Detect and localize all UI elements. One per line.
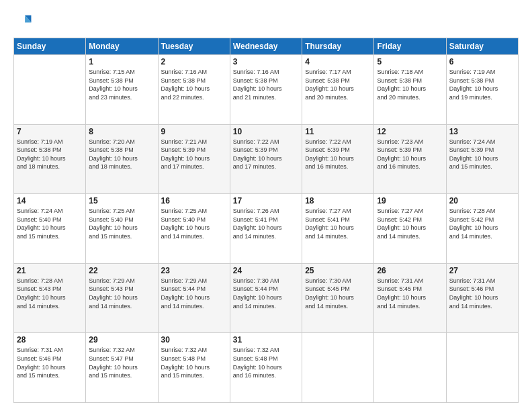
day-number: 28 — [17, 335, 83, 345]
day-of-week-header: Sunday — [14, 38, 86, 55]
day-info: Sunrise: 7:16 AM Sunset: 5:38 PM Dayligh… — [233, 68, 299, 101]
day-number: 30 — [161, 335, 227, 345]
day-number: 10 — [233, 127, 299, 136]
day-info: Sunrise: 7:19 AM Sunset: 5:38 PM Dayligh… — [17, 138, 83, 171]
calendar-week-row: 7Sunrise: 7:19 AM Sunset: 5:38 PM Daylig… — [14, 124, 519, 194]
day-number: 22 — [89, 266, 154, 275]
calendar-week-row: 21Sunrise: 7:28 AM Sunset: 5:43 PM Dayli… — [14, 263, 519, 333]
calendar-day-cell: 6Sunrise: 7:19 AM Sunset: 5:38 PM Daylig… — [446, 55, 518, 125]
calendar-day-cell: 27Sunrise: 7:31 AM Sunset: 5:46 PM Dayli… — [446, 263, 518, 333]
calendar-day-cell — [14, 55, 86, 125]
day-info: Sunrise: 7:32 AM Sunset: 5:48 PM Dayligh… — [161, 346, 227, 379]
calendar-day-cell: 13Sunrise: 7:24 AM Sunset: 5:39 PM Dayli… — [446, 124, 518, 194]
day-of-week-header: Wednesday — [230, 38, 302, 55]
day-number: 2 — [161, 57, 227, 66]
day-number: 27 — [449, 266, 515, 275]
day-info: Sunrise: 7:19 AM Sunset: 5:38 PM Dayligh… — [449, 68, 515, 101]
day-number: 8 — [89, 127, 154, 136]
day-of-week-header: Monday — [86, 38, 158, 55]
day-number: 7 — [17, 127, 83, 136]
day-number: 23 — [161, 266, 227, 275]
calendar-day-cell: 8Sunrise: 7:20 AM Sunset: 5:38 PM Daylig… — [86, 124, 158, 194]
day-info: Sunrise: 7:32 AM Sunset: 5:47 PM Dayligh… — [89, 346, 154, 379]
calendar-day-cell: 28Sunrise: 7:31 AM Sunset: 5:46 PM Dayli… — [14, 333, 86, 403]
day-info: Sunrise: 7:24 AM Sunset: 5:39 PM Dayligh… — [449, 138, 515, 171]
calendar-table: SundayMondayTuesdayWednesdayThursdayFrid… — [13, 38, 519, 403]
day-number: 16 — [161, 196, 227, 205]
day-info: Sunrise: 7:28 AM Sunset: 5:42 PM Dayligh… — [449, 207, 515, 240]
day-info: Sunrise: 7:30 AM Sunset: 5:45 PM Dayligh… — [305, 277, 371, 310]
day-number: 1 — [89, 57, 154, 66]
day-info: Sunrise: 7:20 AM Sunset: 5:38 PM Dayligh… — [89, 138, 154, 171]
calendar-day-cell: 19Sunrise: 7:27 AM Sunset: 5:42 PM Dayli… — [374, 194, 446, 264]
calendar-header-row: SundayMondayTuesdayWednesdayThursdayFrid… — [14, 38, 519, 55]
day-number: 26 — [377, 266, 443, 275]
header — [13, 12, 519, 31]
day-number: 21 — [17, 266, 83, 275]
day-info: Sunrise: 7:32 AM Sunset: 5:48 PM Dayligh… — [233, 346, 299, 379]
day-number: 20 — [449, 196, 515, 205]
calendar-day-cell — [446, 333, 518, 403]
day-number: 3 — [233, 57, 299, 66]
day-info: Sunrise: 7:22 AM Sunset: 5:39 PM Dayligh… — [305, 138, 371, 171]
day-number: 12 — [377, 127, 443, 136]
calendar-day-cell: 24Sunrise: 7:30 AM Sunset: 5:44 PM Dayli… — [230, 263, 302, 333]
calendar-day-cell: 15Sunrise: 7:25 AM Sunset: 5:40 PM Dayli… — [86, 194, 158, 264]
day-info: Sunrise: 7:25 AM Sunset: 5:40 PM Dayligh… — [89, 207, 154, 240]
calendar-day-cell: 7Sunrise: 7:19 AM Sunset: 5:38 PM Daylig… — [14, 124, 86, 194]
calendar-day-cell: 9Sunrise: 7:21 AM Sunset: 5:39 PM Daylig… — [158, 124, 230, 194]
day-number: 29 — [89, 335, 154, 345]
day-info: Sunrise: 7:26 AM Sunset: 5:41 PM Dayligh… — [233, 207, 299, 240]
day-number: 4 — [305, 57, 371, 66]
calendar-day-cell: 18Sunrise: 7:27 AM Sunset: 5:41 PM Dayli… — [302, 194, 374, 264]
calendar-day-cell: 21Sunrise: 7:28 AM Sunset: 5:43 PM Dayli… — [14, 263, 86, 333]
day-number: 11 — [305, 127, 371, 136]
day-info: Sunrise: 7:17 AM Sunset: 5:38 PM Dayligh… — [305, 68, 371, 101]
calendar-day-cell: 5Sunrise: 7:18 AM Sunset: 5:38 PM Daylig… — [374, 55, 446, 125]
day-of-week-header: Friday — [374, 38, 446, 55]
calendar-day-cell: 20Sunrise: 7:28 AM Sunset: 5:42 PM Dayli… — [446, 194, 518, 264]
calendar-day-cell: 31Sunrise: 7:32 AM Sunset: 5:48 PM Dayli… — [230, 333, 302, 403]
day-info: Sunrise: 7:16 AM Sunset: 5:38 PM Dayligh… — [161, 68, 227, 101]
calendar-week-row: 1Sunrise: 7:15 AM Sunset: 5:38 PM Daylig… — [14, 55, 519, 125]
day-number: 9 — [161, 127, 227, 136]
logo-icon — [13, 12, 32, 31]
day-info: Sunrise: 7:31 AM Sunset: 5:46 PM Dayligh… — [449, 277, 515, 310]
day-info: Sunrise: 7:30 AM Sunset: 5:44 PM Dayligh… — [233, 277, 299, 310]
calendar-day-cell: 23Sunrise: 7:29 AM Sunset: 5:44 PM Dayli… — [158, 263, 230, 333]
calendar-day-cell — [374, 333, 446, 403]
calendar-week-row: 28Sunrise: 7:31 AM Sunset: 5:46 PM Dayli… — [14, 333, 519, 403]
calendar-day-cell: 22Sunrise: 7:29 AM Sunset: 5:43 PM Dayli… — [86, 263, 158, 333]
calendar-day-cell: 3Sunrise: 7:16 AM Sunset: 5:38 PM Daylig… — [230, 55, 302, 125]
day-info: Sunrise: 7:22 AM Sunset: 5:39 PM Dayligh… — [233, 138, 299, 171]
calendar-day-cell: 25Sunrise: 7:30 AM Sunset: 5:45 PM Dayli… — [302, 263, 374, 333]
logo — [13, 12, 35, 31]
day-info: Sunrise: 7:27 AM Sunset: 5:41 PM Dayligh… — [305, 207, 371, 240]
calendar-day-cell: 17Sunrise: 7:26 AM Sunset: 5:41 PM Dayli… — [230, 194, 302, 264]
day-number: 13 — [449, 127, 515, 136]
calendar-day-cell: 4Sunrise: 7:17 AM Sunset: 5:38 PM Daylig… — [302, 55, 374, 125]
day-info: Sunrise: 7:31 AM Sunset: 5:45 PM Dayligh… — [377, 277, 443, 310]
day-of-week-header: Thursday — [302, 38, 374, 55]
day-number: 5 — [377, 57, 443, 66]
day-of-week-header: Saturday — [446, 38, 518, 55]
day-info: Sunrise: 7:25 AM Sunset: 5:40 PM Dayligh… — [161, 207, 227, 240]
page: SundayMondayTuesdayWednesdayThursdayFrid… — [0, 0, 532, 411]
day-number: 25 — [305, 266, 371, 275]
day-info: Sunrise: 7:23 AM Sunset: 5:39 PM Dayligh… — [377, 138, 443, 171]
day-info: Sunrise: 7:15 AM Sunset: 5:38 PM Dayligh… — [89, 68, 154, 101]
calendar-day-cell: 30Sunrise: 7:32 AM Sunset: 5:48 PM Dayli… — [158, 333, 230, 403]
day-number: 18 — [305, 196, 371, 205]
day-info: Sunrise: 7:29 AM Sunset: 5:44 PM Dayligh… — [161, 277, 227, 310]
day-info: Sunrise: 7:27 AM Sunset: 5:42 PM Dayligh… — [377, 207, 443, 240]
day-info: Sunrise: 7:18 AM Sunset: 5:38 PM Dayligh… — [377, 68, 443, 101]
calendar-day-cell: 29Sunrise: 7:32 AM Sunset: 5:47 PM Dayli… — [86, 333, 158, 403]
calendar-day-cell: 26Sunrise: 7:31 AM Sunset: 5:45 PM Dayli… — [374, 263, 446, 333]
calendar-day-cell: 10Sunrise: 7:22 AM Sunset: 5:39 PM Dayli… — [230, 124, 302, 194]
day-info: Sunrise: 7:21 AM Sunset: 5:39 PM Dayligh… — [161, 138, 227, 171]
calendar-day-cell: 14Sunrise: 7:24 AM Sunset: 5:40 PM Dayli… — [14, 194, 86, 264]
calendar-day-cell: 12Sunrise: 7:23 AM Sunset: 5:39 PM Dayli… — [374, 124, 446, 194]
calendar-day-cell: 16Sunrise: 7:25 AM Sunset: 5:40 PM Dayli… — [158, 194, 230, 264]
day-info: Sunrise: 7:24 AM Sunset: 5:40 PM Dayligh… — [17, 207, 83, 240]
calendar-day-cell: 11Sunrise: 7:22 AM Sunset: 5:39 PM Dayli… — [302, 124, 374, 194]
